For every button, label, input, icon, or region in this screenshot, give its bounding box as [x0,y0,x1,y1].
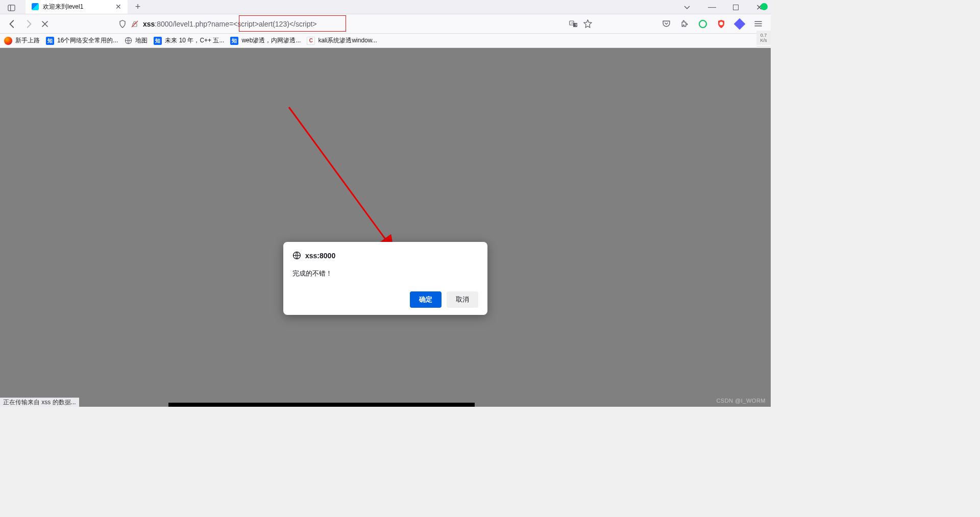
zhihu-icon: 知 [230,37,238,45]
maximize-button[interactable] [724,0,747,14]
chevron-down-icon[interactable] [683,3,691,11]
watermark: CSDN @I_WORM [716,398,766,404]
bookmark-label: 地图 [135,36,148,45]
pocket-button[interactable] [660,18,672,30]
diamond-purple-icon [734,18,746,30]
window-controls: — ✕ [683,0,771,14]
menu-button[interactable] [752,18,764,30]
back-button[interactable] [4,16,20,32]
kali-icon: C [307,37,315,45]
browser-tab[interactable]: 欢迎来到level1 ✕ [26,0,128,14]
stop-button[interactable] [37,16,53,32]
svg-text:A: A [571,21,573,24]
zhihu-icon: 知 [46,37,54,45]
globe-icon [124,37,132,45]
status-bar: 正在传输来自 xss 的数据... [0,398,79,407]
extensions-button[interactable] [679,18,690,30]
svg-point-9 [720,21,723,25]
bookmark-item[interactable]: 知未来 10 年，C++ 五... [154,36,224,45]
dialog-header: xss:8000 [292,251,478,260]
cancel-button[interactable]: 取消 [447,291,478,308]
svg-line-11 [289,107,393,250]
toolbar-right [660,18,764,30]
address-bar[interactable]: xss:8000/level1.php?name=<script>alert(1… [114,16,595,32]
ext-green-button[interactable] [697,18,708,30]
arrow-left-icon [8,19,17,29]
status-text: 正在传输来自 xss 的数据... [3,398,76,407]
globe-icon [292,251,301,260]
bottom-black-strip [168,403,475,407]
annotation-arrow [286,104,403,257]
alert-dialog: xss:8000 完成的不错！ 确定 取消 [283,242,487,315]
bookmark-item[interactable]: 知web渗透，内网渗透... [230,36,301,45]
svg-rect-0 [8,5,14,10]
ok-button[interactable]: 确定 [410,291,442,308]
circle-green-icon [699,20,707,28]
url-host: xss [143,20,155,28]
svg-text:文: 文 [575,23,578,27]
bookmark-star-icon[interactable] [583,19,592,28]
bookmark-item[interactable]: Ckali系统渗透window... [307,36,377,45]
tab-favicon-icon [32,3,39,10]
url-param: <script>alert(123)</script> [233,20,316,28]
tab-close-button[interactable]: ✕ [114,3,122,11]
firefox-icon [4,37,12,45]
status-dot-icon [761,3,768,10]
translate-icon[interactable]: A文 [569,19,578,29]
net-up-unit: K/s [760,38,767,43]
bookmark-label: web渗透，内网渗透... [241,36,301,45]
new-tab-button[interactable]: + [131,0,145,14]
url-path: /level1.php?name= [173,20,233,28]
close-icon [41,20,49,28]
page-content: xss:8000 完成的不错！ 确定 取消 CSDN @I_WORM [0,48,771,407]
url-port: :8000 [155,20,173,28]
bookmark-label: kali系统渗透window... [318,36,377,45]
bookmark-label: 未来 10 年，C++ 五... [165,36,224,45]
pocket-icon [662,19,671,28]
net-up-value: 0.7 [761,33,767,38]
dialog-message: 完成的不错！ [292,269,478,278]
forward-button[interactable] [20,16,37,32]
sidebar-toggle-button[interactable] [4,2,18,14]
maximize-icon [733,5,739,10]
bookmark-item[interactable]: 地图 [124,36,148,45]
ext-purple-button[interactable] [734,18,745,30]
minimize-button[interactable]: — [700,0,724,14]
dialog-origin: xss:8000 [305,252,335,260]
panel-icon [8,4,15,12]
url-text[interactable]: xss:8000/level1.php?name=<script>alert(1… [114,16,569,32]
puzzle-icon [680,19,689,28]
ext-red-button[interactable] [716,18,727,30]
nav-bar: xss:8000/level1.php?name=<script>alert(1… [0,14,771,34]
hamburger-icon [754,19,763,28]
tab-title: 欢迎来到level1 [43,3,114,11]
dialog-buttons: 确定 取消 [292,291,478,308]
bookmark-item[interactable]: 新手上路 [4,36,40,45]
bookmark-label: 新手上路 [15,36,40,45]
svg-rect-2 [733,5,738,10]
tab-bar: 欢迎来到level1 ✕ + — ✕ [0,0,771,14]
bookmark-item[interactable]: 知16个网络安全常用的... [46,36,118,45]
net-upload: 0.7K/s [756,31,771,45]
shield-red-icon [716,19,726,29]
arrow-right-icon [24,19,33,29]
zhihu-icon: 知 [154,37,162,45]
bookmarks-bar: 新手上路 知16个网络安全常用的... 地图 知未来 10 年，C++ 五...… [0,34,771,48]
bookmark-label: 16个网络安全常用的... [57,36,118,45]
